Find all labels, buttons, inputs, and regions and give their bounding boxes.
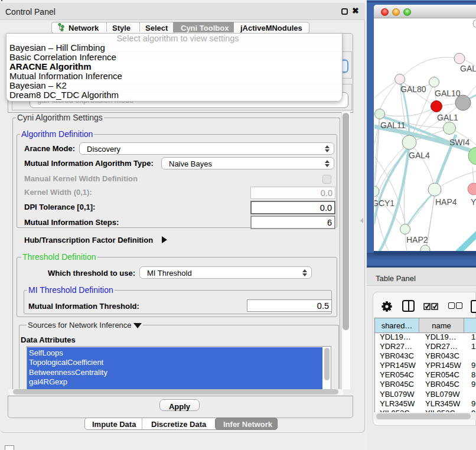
svg-text:GAL10: GAL10 (435, 89, 461, 98)
svg-text:GAL4: GAL4 (409, 151, 430, 160)
svg-text:GCY1: GCY1 (374, 198, 395, 208)
svg-text:GAL11: GAL11 (380, 120, 406, 130)
svg-text:YG: YG (471, 197, 476, 207)
svg-text:HAP2: HAP2 (406, 235, 428, 244)
svg-text:HAP4: HAP4 (435, 197, 457, 207)
svg-text:GAL80: GAL80 (400, 84, 426, 94)
svg-text:GAL7: GAL7 (460, 64, 476, 73)
svg-text:SWI4: SWI4 (449, 138, 470, 147)
svg-text:GAL1: GAL1 (437, 113, 458, 122)
